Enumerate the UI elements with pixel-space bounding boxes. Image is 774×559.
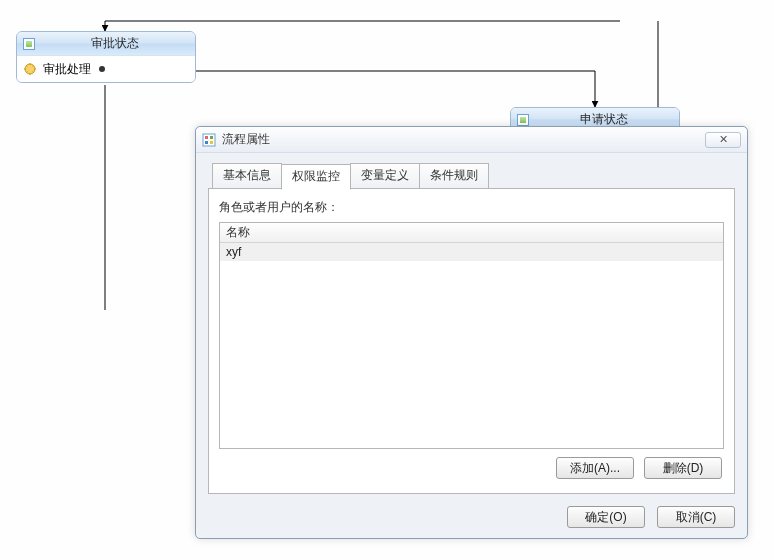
close-button[interactable]: ✕ — [705, 132, 741, 148]
list-item[interactable]: xyf — [220, 243, 723, 261]
workflow-canvas[interactable]: 审批状态 审批处理 申请状态 申请处理 — [0, 0, 774, 559]
svg-rect-9 — [210, 141, 213, 144]
state-icon — [23, 38, 35, 50]
tab-bar: 基本信息 权限监控 变量定义 条件规则 — [208, 163, 735, 189]
action-icon — [23, 62, 37, 76]
svg-rect-7 — [210, 136, 213, 139]
svg-rect-5 — [203, 134, 215, 146]
state-node-approve[interactable]: 审批状态 审批处理 — [16, 31, 196, 83]
tab-basic-info[interactable]: 基本信息 — [212, 163, 282, 188]
tab-permission[interactable]: 权限监控 — [281, 164, 351, 190]
permission-section-label: 角色或者用户的名称： — [219, 199, 724, 216]
tab-condition-rules[interactable]: 条件规则 — [419, 163, 489, 188]
permission-list-rows: xyf — [220, 243, 723, 448]
close-icon: ✕ — [719, 133, 728, 146]
dialog-title: 流程属性 — [222, 131, 270, 148]
state-action-label: 审批处理 — [43, 61, 91, 78]
dialog-footer: 确定(O) 取消(C) — [196, 500, 747, 538]
svg-rect-6 — [205, 136, 208, 139]
state-icon — [517, 114, 529, 126]
tab-page-permission: 角色或者用户的名称： 名称 xyf 添加(A)... 删除(D) — [208, 189, 735, 494]
svg-rect-8 — [205, 141, 208, 144]
list-item-label: xyf — [226, 245, 426, 259]
dialog-body: 基本信息 权限监控 变量定义 条件规则 角色或者用户的名称： 名称 xyf — [196, 153, 747, 500]
app-icon — [202, 133, 216, 147]
state-header: 审批状态 — [17, 32, 195, 56]
cancel-button[interactable]: 取消(C) — [657, 506, 735, 528]
dialog-titlebar[interactable]: 流程属性 ✕ — [196, 127, 747, 153]
action-endpoint-dot — [99, 66, 105, 72]
column-header-name: 名称 — [226, 224, 250, 241]
tab-variable-def[interactable]: 变量定义 — [350, 163, 420, 188]
permission-list-buttons: 添加(A)... 删除(D) — [219, 449, 724, 483]
permission-list[interactable]: 名称 xyf — [219, 222, 724, 449]
dialog-flow-properties: 流程属性 ✕ 基本信息 权限监控 变量定义 条件规则 角色或者用户的名称： 名称 — [195, 126, 748, 539]
state-action-row[interactable]: 审批处理 — [17, 56, 195, 82]
add-button[interactable]: 添加(A)... — [556, 457, 634, 479]
ok-button[interactable]: 确定(O) — [567, 506, 645, 528]
delete-button[interactable]: 删除(D) — [644, 457, 722, 479]
permission-list-header[interactable]: 名称 — [220, 223, 723, 243]
state-title: 审批状态 — [41, 35, 189, 52]
